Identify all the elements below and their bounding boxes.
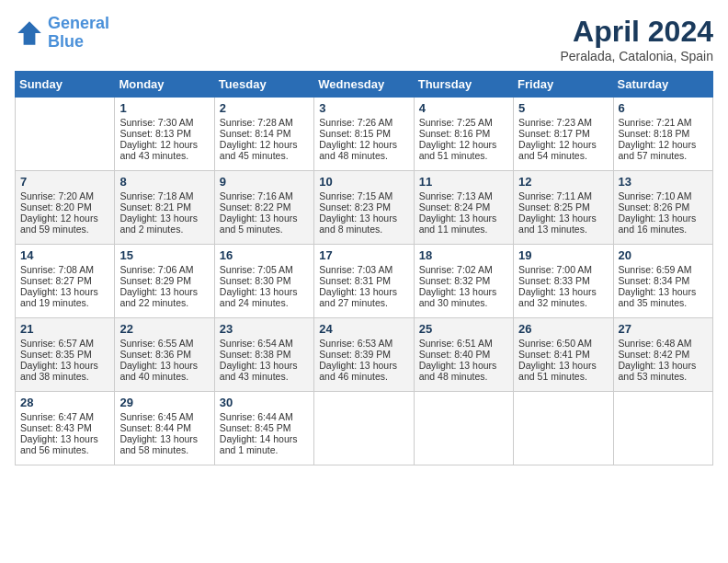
calendar-cell (414, 392, 513, 465)
day-info-line: Sunset: 8:25 PM (518, 201, 608, 213)
day-info-line: and 48 minutes. (419, 371, 508, 382)
day-info-line: Daylight: 13 hours (319, 286, 408, 297)
day-info-line: Sunset: 8:41 PM (518, 349, 608, 360)
day-info-line: Sunrise: 7:23 AM (518, 117, 608, 128)
day-info-line: Sunset: 8:36 PM (119, 349, 209, 360)
day-info-line: and 53 minutes. (619, 371, 708, 382)
day-info-line: Sunrise: 6:54 AM (220, 338, 309, 349)
day-info-line: Sunset: 8:31 PM (319, 275, 408, 286)
day-info-line: Sunset: 8:17 PM (518, 128, 608, 139)
day-info-line: Daylight: 12 hours (419, 139, 508, 150)
day-info-line: Sunset: 8:16 PM (419, 128, 508, 139)
day-info-line: Daylight: 13 hours (319, 213, 408, 224)
day-info-line: Sunset: 8:30 PM (220, 275, 309, 286)
calendar-cell: 23Sunrise: 6:54 AMSunset: 8:38 PMDayligh… (214, 318, 313, 392)
calendar-cell: 19Sunrise: 7:00 AMSunset: 8:33 PMDayligh… (514, 245, 613, 318)
day-info-line: Sunrise: 7:20 AM (20, 190, 109, 201)
day-number: 19 (518, 248, 608, 262)
calendar-cell: 15Sunrise: 7:06 AMSunset: 8:29 PMDayligh… (115, 245, 214, 318)
day-info-line: Sunrise: 6:47 AM (20, 411, 109, 422)
day-info-line: and 30 minutes. (419, 297, 508, 308)
day-info-line: Sunrise: 6:53 AM (319, 338, 408, 349)
day-info-line: Sunrise: 7:28 AM (220, 117, 309, 128)
calendar-cell: 20Sunrise: 6:59 AMSunset: 8:34 PMDayligh… (613, 245, 712, 318)
day-info-line: Sunset: 8:29 PM (119, 275, 209, 286)
calendar-cell: 4Sunrise: 7:25 AMSunset: 8:16 PMDaylight… (414, 98, 513, 171)
day-info-line: Sunset: 8:40 PM (419, 349, 508, 360)
day-info-line: Sunrise: 6:59 AM (619, 264, 708, 275)
day-info-line: Daylight: 13 hours (20, 286, 109, 297)
day-info-line: Daylight: 13 hours (518, 360, 608, 371)
calendar-cell: 28Sunrise: 6:47 AMSunset: 8:43 PMDayligh… (16, 392, 115, 465)
day-info-line: and 19 minutes. (20, 297, 109, 308)
day-info-line: Sunset: 8:45 PM (220, 422, 309, 433)
day-info-line: Daylight: 13 hours (119, 433, 209, 444)
day-info-line: Sunrise: 7:13 AM (419, 190, 508, 201)
day-info-line: Sunset: 8:38 PM (220, 349, 309, 360)
calendar-cell: 1Sunrise: 7:30 AMSunset: 8:13 PMDaylight… (115, 98, 214, 171)
calendar-week-row: 14Sunrise: 7:08 AMSunset: 8:27 PMDayligh… (16, 245, 713, 318)
day-info-line: Sunset: 8:43 PM (20, 422, 109, 433)
day-info-line: Daylight: 13 hours (518, 213, 608, 224)
day-info-line: and 51 minutes. (518, 371, 608, 382)
calendar-header-row: SundayMondayTuesdayWednesdayThursdayFrid… (16, 72, 713, 98)
day-number: 5 (518, 101, 608, 115)
day-number: 18 (419, 248, 508, 262)
calendar-cell (613, 392, 712, 465)
day-info-line: and 8 minutes. (319, 224, 408, 235)
day-number: 20 (619, 248, 708, 262)
header-cell-saturday: Saturday (613, 72, 712, 98)
day-info-line: Sunset: 8:22 PM (220, 201, 309, 213)
calendar-cell: 16Sunrise: 7:05 AMSunset: 8:30 PMDayligh… (214, 245, 313, 318)
day-info-line: Sunrise: 6:55 AM (119, 338, 209, 349)
day-info-line: Sunset: 8:13 PM (119, 128, 209, 139)
day-info-line: Sunset: 8:15 PM (319, 128, 408, 139)
logo: General Blue (15, 15, 109, 52)
day-info-line: and 43 minutes. (119, 150, 209, 161)
day-info-line: Daylight: 12 hours (619, 139, 708, 150)
calendar-cell: 21Sunrise: 6:57 AMSunset: 8:35 PMDayligh… (16, 318, 115, 392)
day-info-line: Sunset: 8:35 PM (20, 349, 109, 360)
day-info-line: and 56 minutes. (20, 444, 109, 455)
calendar-cell: 6Sunrise: 7:21 AMSunset: 8:18 PMDaylight… (613, 98, 712, 171)
calendar-cell: 30Sunrise: 6:44 AMSunset: 8:45 PMDayligh… (214, 392, 313, 465)
day-info-line: Daylight: 13 hours (518, 286, 608, 297)
day-info-line: and 35 minutes. (619, 297, 708, 308)
day-info-line: Daylight: 13 hours (419, 213, 508, 224)
day-info-line: Sunset: 8:26 PM (619, 201, 708, 213)
day-info-line: Sunrise: 7:25 AM (419, 117, 508, 128)
day-info-line: Sunset: 8:20 PM (20, 201, 109, 213)
day-number: 12 (518, 175, 608, 189)
day-info-line: Sunrise: 7:05 AM (220, 264, 309, 275)
calendar-cell: 14Sunrise: 7:08 AMSunset: 8:27 PMDayligh… (16, 245, 115, 318)
day-info-line: Daylight: 12 hours (518, 139, 608, 150)
day-info-line: and 5 minutes. (220, 224, 309, 235)
day-info-line: Daylight: 13 hours (619, 213, 708, 224)
calendar-cell: 22Sunrise: 6:55 AMSunset: 8:36 PMDayligh… (115, 318, 214, 392)
day-number: 15 (119, 248, 209, 262)
day-number: 26 (518, 322, 608, 336)
logo-text: General Blue (48, 15, 109, 52)
day-info-line: Daylight: 13 hours (119, 213, 209, 224)
day-number: 4 (419, 101, 508, 115)
day-info-line: Sunrise: 7:30 AM (119, 117, 209, 128)
calendar-week-row: 21Sunrise: 6:57 AMSunset: 8:35 PMDayligh… (16, 318, 713, 392)
day-info-line: Daylight: 13 hours (119, 286, 209, 297)
calendar-cell: 17Sunrise: 7:03 AMSunset: 8:31 PMDayligh… (314, 245, 414, 318)
calendar-cell: 10Sunrise: 7:15 AMSunset: 8:23 PMDayligh… (314, 171, 414, 245)
logo-blue: Blue (48, 32, 84, 51)
day-number: 10 (319, 175, 408, 189)
logo-icon (15, 18, 44, 48)
day-info-line: Sunset: 8:34 PM (619, 275, 708, 286)
day-info-line: Daylight: 13 hours (419, 286, 508, 297)
calendar-cell: 9Sunrise: 7:16 AMSunset: 8:22 PMDaylight… (214, 171, 313, 245)
day-number: 17 (319, 248, 408, 262)
day-info-line: and 45 minutes. (220, 150, 309, 161)
day-info-line: Sunrise: 7:15 AM (319, 190, 408, 201)
day-number: 11 (419, 175, 508, 189)
day-info-line: Sunset: 8:27 PM (20, 275, 109, 286)
day-info-line: Daylight: 13 hours (119, 360, 209, 371)
day-number: 30 (220, 396, 309, 409)
day-info-line: Sunset: 8:14 PM (220, 128, 309, 139)
day-number: 1 (119, 101, 209, 115)
